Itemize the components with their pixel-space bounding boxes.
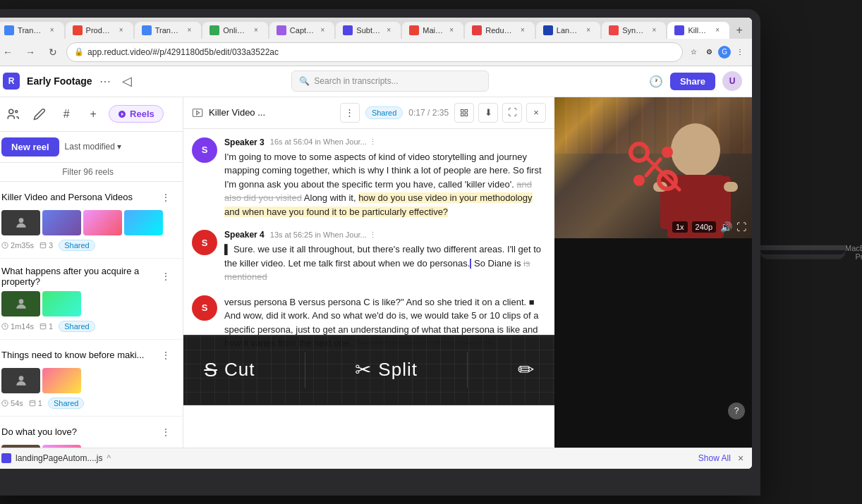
reel-thumb-2a (1, 291, 40, 316)
reel-more-1[interactable]: ⋮ (157, 189, 174, 206)
history-icon[interactable]: 🕐 (649, 75, 663, 88)
forward-button[interactable]: → (21, 43, 40, 61)
help-button[interactable]: ? (728, 402, 745, 419)
nav-pen-button[interactable] (28, 103, 51, 125)
browser-tab-6[interactable]: Subti... × (336, 22, 401, 39)
reel-meta-3: 54s 1 Shared (1, 398, 174, 409)
new-tab-button[interactable]: + (731, 22, 748, 39)
extensions-icon[interactable]: ⚙ (703, 46, 715, 59)
bottom-bar: landingPageAutom....js ^ Show All × (0, 448, 752, 469)
star-icon[interactable]: ☆ (687, 46, 700, 59)
browser-tab-2[interactable]: Produ... × (66, 22, 133, 39)
browser-tab-4[interactable]: Onlin... × (202, 22, 268, 39)
app-header: R Early Footage ⋯ ◁ 🔍 Search in transcri… (0, 66, 752, 97)
svg-rect-30 (724, 182, 738, 192)
tab-close-7[interactable]: × (447, 25, 456, 35)
speaker-time-4: 13s at 56:25 in When Jour... ⋮ (270, 231, 377, 240)
nav-hash-button[interactable]: # (55, 103, 78, 125)
nav-add-button[interactable]: + (82, 103, 104, 125)
tab-title-9: Land... (557, 26, 580, 35)
refresh-button[interactable]: ↻ (44, 43, 62, 61)
reel-more-2[interactable]: ⋮ (157, 268, 174, 285)
transcript-menu-button[interactable]: ⋮ (340, 103, 360, 123)
svg-point-34 (662, 147, 673, 158)
reel-thumb-2b (42, 291, 81, 316)
tab-close-3[interactable]: × (184, 25, 194, 35)
browser-tab-3[interactable]: Trans... × (135, 22, 202, 39)
browser-tab-10[interactable]: Sync... × (602, 22, 666, 39)
tab-close-10[interactable]: × (649, 25, 659, 35)
transcript-header: Killer Video ... ⋮ Shared 0:17 / 2:35 ⬇ … (183, 97, 554, 129)
browser-tab-8[interactable]: Reduc... × (465, 22, 535, 39)
tab-close-4[interactable]: × (251, 25, 261, 35)
reel-item-2[interactable]: What happens after you acquire a propert… (0, 259, 183, 340)
volume-icon[interactable]: 🔊 (720, 221, 732, 233)
tab-close-6[interactable]: × (384, 25, 394, 35)
browser-tab-1[interactable]: Trans... × (0, 22, 64, 39)
new-reel-button[interactable]: New reel (1, 137, 59, 156)
reel-title-3: Things need to know before maki... (1, 350, 157, 360)
browser-tab-9[interactable]: Land... × (536, 22, 600, 39)
speaker-name-3: Speaker 3 (224, 137, 265, 147)
speaker-meta-3: Speaker 3 16s at 56:04 in When Jour... ⋮ (224, 137, 546, 147)
tab-title-10: Sync... (622, 26, 645, 35)
laptop-notch (760, 250, 845, 254)
reel-item-1[interactable]: Killer Video and Persona Videos ⋮ (0, 182, 183, 259)
reel-thumb-1c (83, 210, 122, 235)
tab-close-8[interactable]: × (518, 25, 528, 35)
tab-title-1: Trans... (18, 26, 44, 35)
reels-label: Reels (130, 109, 154, 119)
address-bar[interactable]: 🔒 app.reduct.video/#/p/4291180d5b/edit/0… (66, 42, 683, 62)
edit-tool-button[interactable]: ✏ (504, 351, 548, 388)
fullscreen-icon[interactable]: ⛶ (736, 221, 746, 233)
profile-icon[interactable]: G (718, 46, 731, 59)
video-panel: 1x 240p 🔊 ⛶ ? (554, 97, 752, 448)
nav-people-button[interactable] (1, 103, 24, 125)
user-avatar[interactable]: U (722, 71, 742, 91)
tab-close-1[interactable]: × (47, 25, 57, 35)
reel-more-4[interactable]: ⋮ (157, 424, 174, 441)
transcript-grid-button[interactable] (454, 103, 474, 123)
back-button[interactable]: ← (0, 43, 17, 61)
reel-clips-3: 1 (29, 399, 42, 407)
svg-point-2 (18, 218, 23, 223)
reel-thumbs-2 (1, 291, 174, 316)
reel-more-3[interactable]: ⋮ (157, 347, 174, 364)
video-speed-badge[interactable]: 1x (672, 221, 688, 233)
search-bar[interactable]: 🔍 Search in transcripts... (291, 70, 489, 92)
transcript-expand-button[interactable]: ⛶ (502, 103, 522, 123)
tab-close-active[interactable]: × (712, 25, 722, 35)
reels-button[interactable]: Reels (109, 105, 164, 123)
bottom-bar-close-button[interactable]: × (738, 453, 743, 464)
more-options-icon[interactable]: ⋮ (734, 46, 746, 59)
sidebar-nav: # + Reels (0, 97, 183, 132)
transcript-title: Killer Video ... (209, 107, 334, 118)
show-all-button[interactable]: Show All (698, 453, 731, 463)
browser-tab-5[interactable]: Capti... × (269, 22, 335, 39)
browser-tab-active[interactable]: Kille... × (667, 22, 729, 39)
tab-favicon-9 (543, 25, 553, 35)
sidebar-toggle-button[interactable]: ◁ (122, 73, 132, 89)
transcript-download-button[interactable]: ⬇ (478, 103, 498, 123)
tab-close-9[interactable]: × (583, 25, 593, 35)
transcript-close-button[interactable]: × (526, 103, 546, 123)
split-tool-button[interactable]: ✂ Split (341, 351, 432, 388)
cut-tool-button[interactable]: S Cut (190, 352, 269, 388)
browser-tab-7[interactable]: Mail... × (402, 22, 463, 39)
transcript-icons: ⬇ ⛶ × (454, 103, 546, 123)
tab-close-5[interactable]: × (317, 25, 327, 35)
reel-title-1: Killer Video and Persona Videos (1, 192, 157, 202)
tab-title-5: Capti... (290, 26, 315, 35)
video-quality-badge[interactable]: 240p (692, 221, 716, 233)
laptop-label: MacBook Pro (845, 241, 862, 264)
tab-close-2[interactable]: × (116, 25, 126, 35)
share-button[interactable]: Share (670, 73, 715, 90)
speaker-name-4: Speaker 4 (224, 230, 265, 240)
svg-rect-19 (193, 109, 202, 116)
tab-favicon-8 (472, 25, 482, 35)
reel-clips-1: 3 (40, 241, 53, 250)
reel-item-4[interactable]: Do what you love? ⋮ (0, 417, 183, 448)
app-menu-button[interactable]: ⋯ (99, 75, 111, 88)
last-modified-button[interactable]: Last modified ▾ (65, 142, 121, 152)
reel-item-3[interactable]: Things need to know before maki... ⋮ (0, 340, 183, 417)
